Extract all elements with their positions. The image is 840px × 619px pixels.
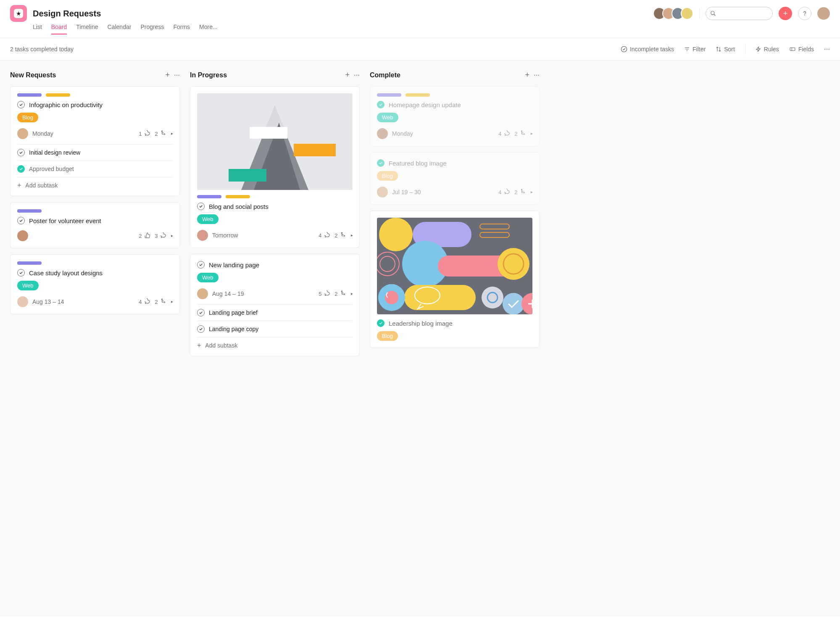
tab-list[interactable]: List [33, 24, 42, 34]
tab-calendar[interactable]: Calendar [108, 24, 132, 34]
subtask-row[interactable]: Landing page brief [197, 305, 353, 321]
assignee-avatar[interactable] [197, 288, 208, 299]
pill-purple [17, 209, 42, 213]
task-card[interactable]: Featured blog imageBlogJul 19 – 304 2 ▾ [370, 152, 540, 205]
tab-timeline[interactable]: Timeline [76, 24, 98, 34]
comment-icon [504, 189, 510, 196]
add-subtask-button[interactable]: +Add subtask [197, 337, 353, 349]
assignee-avatar[interactable] [377, 187, 388, 198]
pill-yellow [46, 93, 70, 97]
svg-point-24 [524, 134, 524, 134]
column-more-button[interactable]: ⋯ [534, 71, 540, 79]
assignee-avatar[interactable] [17, 296, 28, 307]
task-card[interactable]: Case study layout designsWebAug 13 – 144… [10, 254, 180, 314]
tab-forms[interactable]: Forms [173, 24, 190, 34]
chevron-right-icon[interactable]: ▾ [349, 234, 354, 237]
chevron-right-icon[interactable]: ▾ [529, 133, 534, 135]
pill-purple [17, 261, 42, 265]
subtask-row[interactable]: Approved budget [17, 161, 173, 177]
chevron-right-icon[interactable]: ▾ [529, 191, 534, 193]
tab-board[interactable]: Board [51, 24, 67, 34]
assignee-avatar[interactable] [377, 128, 388, 139]
subtask-title: Landing page copy [209, 326, 258, 332]
chevron-right-icon[interactable]: ▾ [169, 235, 174, 237]
chevron-right-icon[interactable]: ▾ [349, 293, 354, 295]
avatar-stack[interactable] [656, 7, 693, 20]
column-more-button[interactable]: ⋯ [174, 71, 180, 79]
task-title: Poster for volunteer event [29, 217, 101, 224]
assignee-avatar[interactable] [17, 128, 28, 139]
stat: 4 [139, 298, 150, 306]
stat: 2 [155, 298, 166, 306]
label: Sort [724, 46, 735, 53]
task-card[interactable]: Poster for volunteer event2 3 ▾ [10, 202, 180, 248]
task-title: Case study layout designs [29, 269, 103, 277]
tag-web[interactable]: Web [377, 113, 398, 122]
help-button[interactable]: ? [798, 7, 811, 20]
add-subtask-button[interactable]: +Add subtask [17, 177, 173, 189]
filter-button[interactable]: Filter [684, 46, 706, 53]
tag-web[interactable]: Web [17, 281, 39, 290]
task-card[interactable]: Infographic on productivityBlogMonday1 2… [10, 86, 180, 196]
tag-blog[interactable]: Blog [377, 331, 398, 341]
label: Rules [764, 46, 779, 53]
tag-web[interactable]: Web [197, 273, 219, 282]
subtasks: Landing page briefLanding page copy+Add … [197, 304, 353, 349]
add-task-button[interactable]: + [525, 71, 529, 79]
cover-image [377, 218, 532, 314]
status-text: 2 tasks completed today [10, 46, 74, 53]
task-card[interactable]: Blog and social postsWebTomorrow4 2 ▾ [190, 86, 360, 248]
task-card[interactable]: Leadership blog imageBlog [370, 211, 540, 348]
task-card[interactable]: Homepage design updateWebMonday4 2 ▾ [370, 86, 540, 146]
project-icon[interactable]: ★ [10, 5, 27, 22]
check-done-icon[interactable] [377, 159, 384, 167]
check-done-icon[interactable] [17, 165, 25, 173]
pills [377, 93, 532, 97]
tag-blog[interactable]: Blog [377, 171, 398, 181]
pill-yellow [226, 195, 250, 198]
check-icon[interactable] [17, 149, 25, 156]
tag-web[interactable]: Web [197, 214, 219, 224]
sort-button[interactable]: Sort [716, 46, 735, 53]
add-task-button[interactable]: + [345, 71, 350, 79]
check-icon[interactable] [17, 269, 25, 277]
task-title: Leadership blog image [389, 320, 453, 327]
add-button[interactable]: + [779, 7, 792, 20]
assignee-avatar[interactable] [197, 230, 208, 241]
bolt-icon [756, 46, 761, 52]
chevron-right-icon[interactable]: ▾ [169, 301, 174, 303]
rules-button[interactable]: Rules [756, 46, 779, 53]
current-user-avatar[interactable] [817, 7, 830, 20]
task-card[interactable]: New landing pageWebAug 14 – 195 2 ▾Landi… [190, 254, 360, 356]
more-button[interactable]: ⋯ [824, 46, 830, 53]
subtask-row[interactable]: Landing page copy [197, 321, 353, 337]
tag-blog[interactable]: Blog [17, 113, 38, 122]
check-done-icon[interactable] [377, 101, 384, 108]
tab-progress[interactable]: Progress [140, 24, 164, 34]
stat: 2 [514, 189, 526, 196]
svg-point-28 [379, 218, 413, 251]
subtask-icon [161, 298, 166, 306]
check-icon[interactable] [17, 217, 25, 224]
add-task-button[interactable]: + [165, 71, 170, 79]
avatar[interactable] [681, 7, 693, 20]
incomplete-tasks-filter[interactable]: Incomplete tasks [621, 46, 674, 53]
column-more-button[interactable]: ⋯ [354, 71, 360, 79]
check-done-icon[interactable] [377, 319, 384, 327]
search-input[interactable] [706, 7, 773, 20]
fields-button[interactable]: Fields [789, 46, 814, 53]
assignee-avatar[interactable] [17, 230, 28, 241]
subtask-row[interactable]: Initial design review [17, 145, 173, 161]
check-circle-icon [621, 46, 627, 53]
check-icon[interactable] [197, 261, 205, 269]
chevron-right-icon[interactable]: ▾ [169, 133, 174, 135]
check-icon[interactable] [197, 309, 205, 316]
check-icon[interactable] [197, 203, 205, 210]
tab-more[interactable]: More... [199, 24, 218, 34]
check-icon[interactable] [17, 101, 25, 108]
check-icon[interactable] [197, 325, 205, 333]
svg-point-9 [164, 134, 165, 134]
divider [745, 44, 745, 54]
comment-icon [324, 290, 330, 298]
stat: 4 [498, 130, 510, 137]
